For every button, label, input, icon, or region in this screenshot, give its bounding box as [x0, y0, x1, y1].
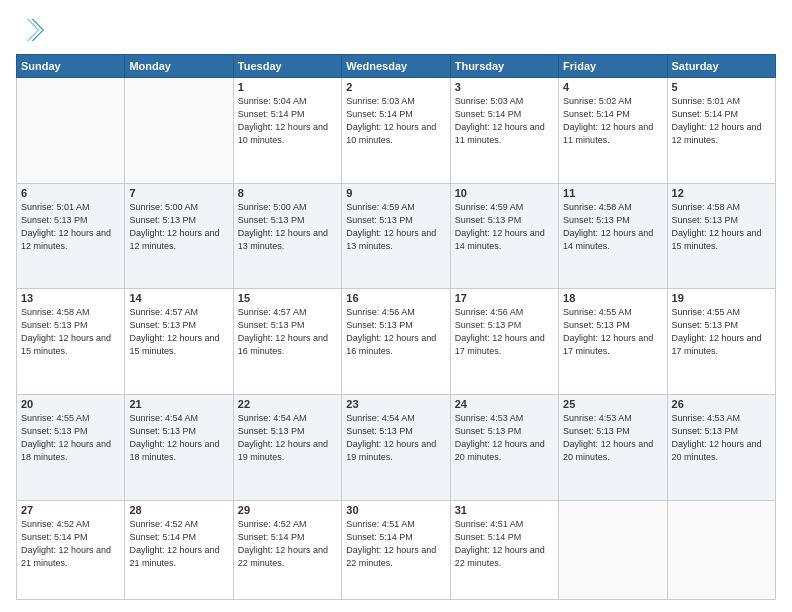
day-number: 23 [346, 398, 445, 410]
calendar-cell: 8Sunrise: 5:00 AM Sunset: 5:13 PM Daylig… [233, 183, 341, 289]
day-number: 9 [346, 187, 445, 199]
page: SundayMondayTuesdayWednesdayThursdayFrid… [0, 0, 792, 612]
day-number: 5 [672, 81, 771, 93]
calendar-cell: 13Sunrise: 4:58 AM Sunset: 5:13 PM Dayli… [17, 289, 125, 395]
calendar-cell: 1Sunrise: 5:04 AM Sunset: 5:14 PM Daylig… [233, 78, 341, 184]
calendar-cell: 23Sunrise: 4:54 AM Sunset: 5:13 PM Dayli… [342, 394, 450, 500]
calendar-cell: 25Sunrise: 4:53 AM Sunset: 5:13 PM Dayli… [559, 394, 667, 500]
calendar-cell: 27Sunrise: 4:52 AM Sunset: 5:14 PM Dayli… [17, 500, 125, 599]
calendar-cell: 24Sunrise: 4:53 AM Sunset: 5:13 PM Dayli… [450, 394, 558, 500]
day-number: 21 [129, 398, 228, 410]
calendar-cell: 7Sunrise: 5:00 AM Sunset: 5:13 PM Daylig… [125, 183, 233, 289]
calendar-cell [559, 500, 667, 599]
day-info: Sunrise: 4:53 AM Sunset: 5:13 PM Dayligh… [672, 412, 771, 464]
day-number: 1 [238, 81, 337, 93]
day-info: Sunrise: 4:56 AM Sunset: 5:13 PM Dayligh… [346, 306, 445, 358]
weekday-header: Monday [125, 55, 233, 78]
day-number: 20 [21, 398, 120, 410]
calendar-week-row: 13Sunrise: 4:58 AM Sunset: 5:13 PM Dayli… [17, 289, 776, 395]
calendar-cell: 6Sunrise: 5:01 AM Sunset: 5:13 PM Daylig… [17, 183, 125, 289]
calendar-cell: 12Sunrise: 4:58 AM Sunset: 5:13 PM Dayli… [667, 183, 775, 289]
day-number: 16 [346, 292, 445, 304]
day-number: 24 [455, 398, 554, 410]
day-info: Sunrise: 4:57 AM Sunset: 5:13 PM Dayligh… [238, 306, 337, 358]
day-info: Sunrise: 4:52 AM Sunset: 5:14 PM Dayligh… [129, 518, 228, 570]
calendar-cell: 19Sunrise: 4:55 AM Sunset: 5:13 PM Dayli… [667, 289, 775, 395]
weekday-header: Thursday [450, 55, 558, 78]
calendar-cell: 31Sunrise: 4:51 AM Sunset: 5:14 PM Dayli… [450, 500, 558, 599]
day-info: Sunrise: 4:58 AM Sunset: 5:13 PM Dayligh… [672, 201, 771, 253]
day-number: 17 [455, 292, 554, 304]
calendar-cell: 22Sunrise: 4:54 AM Sunset: 5:13 PM Dayli… [233, 394, 341, 500]
day-info: Sunrise: 4:53 AM Sunset: 5:13 PM Dayligh… [563, 412, 662, 464]
calendar-cell: 14Sunrise: 4:57 AM Sunset: 5:13 PM Dayli… [125, 289, 233, 395]
logo-icon [16, 16, 44, 44]
day-number: 19 [672, 292, 771, 304]
calendar-cell: 16Sunrise: 4:56 AM Sunset: 5:13 PM Dayli… [342, 289, 450, 395]
day-number: 2 [346, 81, 445, 93]
day-info: Sunrise: 4:51 AM Sunset: 5:14 PM Dayligh… [455, 518, 554, 570]
day-number: 3 [455, 81, 554, 93]
logo [16, 16, 48, 44]
calendar-week-row: 1Sunrise: 5:04 AM Sunset: 5:14 PM Daylig… [17, 78, 776, 184]
day-info: Sunrise: 5:04 AM Sunset: 5:14 PM Dayligh… [238, 95, 337, 147]
calendar-cell: 21Sunrise: 4:54 AM Sunset: 5:13 PM Dayli… [125, 394, 233, 500]
calendar-table: SundayMondayTuesdayWednesdayThursdayFrid… [16, 54, 776, 600]
day-number: 4 [563, 81, 662, 93]
day-number: 11 [563, 187, 662, 199]
day-number: 27 [21, 504, 120, 516]
day-info: Sunrise: 5:03 AM Sunset: 5:14 PM Dayligh… [455, 95, 554, 147]
day-number: 8 [238, 187, 337, 199]
day-info: Sunrise: 4:55 AM Sunset: 5:13 PM Dayligh… [672, 306, 771, 358]
weekday-header: Wednesday [342, 55, 450, 78]
calendar-cell: 15Sunrise: 4:57 AM Sunset: 5:13 PM Dayli… [233, 289, 341, 395]
calendar-cell [17, 78, 125, 184]
calendar-cell: 9Sunrise: 4:59 AM Sunset: 5:13 PM Daylig… [342, 183, 450, 289]
day-number: 10 [455, 187, 554, 199]
day-info: Sunrise: 4:53 AM Sunset: 5:13 PM Dayligh… [455, 412, 554, 464]
day-number: 15 [238, 292, 337, 304]
calendar-cell: 30Sunrise: 4:51 AM Sunset: 5:14 PM Dayli… [342, 500, 450, 599]
day-info: Sunrise: 5:00 AM Sunset: 5:13 PM Dayligh… [238, 201, 337, 253]
day-number: 30 [346, 504, 445, 516]
day-info: Sunrise: 4:58 AM Sunset: 5:13 PM Dayligh… [563, 201, 662, 253]
day-number: 28 [129, 504, 228, 516]
calendar-cell [667, 500, 775, 599]
weekday-header: Tuesday [233, 55, 341, 78]
day-info: Sunrise: 4:57 AM Sunset: 5:13 PM Dayligh… [129, 306, 228, 358]
calendar-cell: 28Sunrise: 4:52 AM Sunset: 5:14 PM Dayli… [125, 500, 233, 599]
day-info: Sunrise: 5:00 AM Sunset: 5:13 PM Dayligh… [129, 201, 228, 253]
day-number: 18 [563, 292, 662, 304]
calendar-cell [125, 78, 233, 184]
calendar-week-row: 27Sunrise: 4:52 AM Sunset: 5:14 PM Dayli… [17, 500, 776, 599]
day-info: Sunrise: 4:55 AM Sunset: 5:13 PM Dayligh… [563, 306, 662, 358]
weekday-header: Friday [559, 55, 667, 78]
day-number: 29 [238, 504, 337, 516]
svg-marker-1 [27, 19, 39, 41]
day-info: Sunrise: 5:01 AM Sunset: 5:13 PM Dayligh… [21, 201, 120, 253]
calendar-cell: 17Sunrise: 4:56 AM Sunset: 5:13 PM Dayli… [450, 289, 558, 395]
day-number: 14 [129, 292, 228, 304]
day-info: Sunrise: 5:01 AM Sunset: 5:14 PM Dayligh… [672, 95, 771, 147]
day-number: 26 [672, 398, 771, 410]
day-info: Sunrise: 4:58 AM Sunset: 5:13 PM Dayligh… [21, 306, 120, 358]
day-number: 13 [21, 292, 120, 304]
day-number: 7 [129, 187, 228, 199]
day-info: Sunrise: 4:54 AM Sunset: 5:13 PM Dayligh… [346, 412, 445, 464]
day-number: 22 [238, 398, 337, 410]
day-info: Sunrise: 5:03 AM Sunset: 5:14 PM Dayligh… [346, 95, 445, 147]
calendar-body: 1Sunrise: 5:04 AM Sunset: 5:14 PM Daylig… [17, 78, 776, 600]
calendar-cell: 11Sunrise: 4:58 AM Sunset: 5:13 PM Dayli… [559, 183, 667, 289]
day-info: Sunrise: 4:52 AM Sunset: 5:14 PM Dayligh… [21, 518, 120, 570]
day-info: Sunrise: 4:59 AM Sunset: 5:13 PM Dayligh… [346, 201, 445, 253]
day-info: Sunrise: 4:54 AM Sunset: 5:13 PM Dayligh… [238, 412, 337, 464]
header [16, 16, 776, 44]
day-info: Sunrise: 4:56 AM Sunset: 5:13 PM Dayligh… [455, 306, 554, 358]
day-number: 12 [672, 187, 771, 199]
weekday-header: Saturday [667, 55, 775, 78]
day-info: Sunrise: 5:02 AM Sunset: 5:14 PM Dayligh… [563, 95, 662, 147]
calendar-cell: 29Sunrise: 4:52 AM Sunset: 5:14 PM Dayli… [233, 500, 341, 599]
calendar-header-row: SundayMondayTuesdayWednesdayThursdayFrid… [17, 55, 776, 78]
calendar-week-row: 20Sunrise: 4:55 AM Sunset: 5:13 PM Dayli… [17, 394, 776, 500]
day-info: Sunrise: 4:59 AM Sunset: 5:13 PM Dayligh… [455, 201, 554, 253]
